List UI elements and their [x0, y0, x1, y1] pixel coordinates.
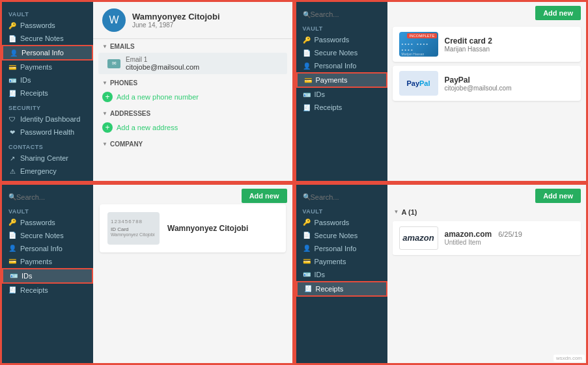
contacts-title: CONTACTS — [2, 142, 93, 152]
sidebar-label: Payments — [20, 63, 52, 71]
sidebar-q3: 🔍 VAULT 🔑 Passwords 📄 Secure Notes 👤 Per… — [2, 185, 93, 364]
add-new-button-q3[interactable]: Add new — [242, 189, 287, 203]
sidebar-item-sharing[interactable]: ↗ Sharing Center — [2, 152, 93, 165]
receipt-title: Untitled Item — [445, 239, 522, 246]
search-icon-q3: 🔍 — [8, 193, 16, 200]
vault-section-q3: VAULT 🔑 Passwords 📄 Secure Notes 👤 Perso… — [2, 204, 93, 298]
receipt-amazon[interactable]: amazon amazon.com 6/25/19 Untitled Item — [393, 221, 581, 255]
shield-icon: 🛡 — [8, 115, 16, 123]
add-phone-label: Add a new phone number — [117, 93, 199, 101]
sidebar-item-passwords-q4[interactable]: 🔑 Passwords — [296, 216, 387, 229]
paypal-email: citojobe@mailsoul.com — [445, 85, 512, 92]
sidebar-item-personal-info[interactable]: 👤 Personal Info — [2, 45, 93, 61]
incomplete-badge: INCOMPLETE — [407, 33, 436, 38]
payments-content: Add new INCOMPLETE •••• •••• •••• Marija… — [387, 2, 587, 181]
share-icon: ↗ — [8, 154, 16, 162]
sidebar-label: IDs — [21, 272, 33, 280]
sidebar-label: Secure Notes — [315, 232, 358, 239]
sidebar-item-ids-q4[interactable]: 🪪 IDs — [296, 268, 387, 281]
receipt-date: 6/25/19 — [498, 230, 522, 238]
id-card-type: ID Card — [111, 226, 154, 232]
id-icon: 🪪 — [303, 90, 311, 98]
note-icon: 📄 — [8, 232, 16, 239]
search-input-q3[interactable] — [16, 193, 93, 201]
sidebar-item-payments-q3[interactable]: 💳 Payments — [2, 255, 93, 268]
sidebar-label: Secure Notes — [315, 49, 358, 57]
sidebar-label: Passwords — [20, 21, 55, 29]
search-input-q2[interactable] — [311, 10, 387, 18]
receipt-icon: 🧾 — [303, 103, 311, 111]
sidebar-item-payments-q4[interactable]: 💳 Payments — [296, 255, 387, 268]
sidebar-item-personal-info-q3[interactable]: 👤 Personal Info — [2, 242, 93, 255]
sidebar-item-payments-q2[interactable]: 💳 Payments — [296, 72, 387, 88]
sidebar-item-receipts-q2[interactable]: 🧾 Receipts — [296, 101, 387, 114]
profile-name: Wamnyonyez Citojobi — [132, 12, 220, 21]
sidebar-item-secure-notes-q4[interactable]: 📄 Secure Notes — [296, 229, 387, 242]
quadrant-payments: 🔍 VAULT 🔑 Passwords 📄 Secure Notes 👤 Per… — [294, 0, 589, 183]
sidebar-item-emergency[interactable]: ⚠ Emergency — [2, 165, 93, 178]
receipt-domain: amazon.com — [445, 230, 492, 239]
credit-card-item[interactable]: INCOMPLETE •••• •••• •••• Marijan Hassan… — [393, 27, 581, 62]
quadrant-receipts: 🔍 VAULT 🔑 Passwords 📄 Secure Notes 👤 Per… — [294, 183, 589, 366]
amazon-logo: amazon — [402, 233, 434, 243]
email-row: ✉ Email 1 citojobe@mailsoul.com — [98, 53, 287, 74]
avatar: W — [102, 8, 126, 32]
sidebar-item-ids-q3[interactable]: 🪪 IDs — [2, 268, 93, 284]
search-input-q4[interactable] — [311, 193, 387, 201]
email-value: citojobe@mailsoul.com — [126, 63, 199, 71]
add-phone-row[interactable]: + Add a new phone number — [93, 88, 292, 106]
card-icon: 💳 — [304, 76, 312, 84]
amazon-logo-box: amazon — [399, 226, 438, 250]
sidebar-item-ids-q2[interactable]: 🪪 IDs — [296, 88, 387, 101]
sidebar-label: Personal Info — [20, 245, 63, 252]
sidebar-item-passwords-q3[interactable]: 🔑 Passwords — [2, 216, 93, 229]
id-card-container[interactable]: 123456788 ID Card Wamnyonyez Citojobi Wa… — [100, 204, 286, 252]
sidebar-item-secure-notes-q2[interactable]: 📄 Secure Notes — [296, 46, 387, 59]
sidebar-item-passwords[interactable]: 🔑 Passwords — [2, 19, 93, 32]
id-icon: 🪪 — [10, 272, 18, 280]
id-card-image: 123456788 ID Card Wamnyonyez Citojobi — [107, 212, 160, 245]
sidebar-item-receipts-q4[interactable]: 🧾 Receipts — [296, 281, 387, 297]
id-icon: 🪪 — [8, 76, 16, 84]
receipts-section-a: A (1) — [387, 204, 587, 220]
add-address-icon: + — [102, 122, 113, 133]
sidebar-label: Receipts — [20, 89, 48, 97]
sidebar-label: Passwords — [20, 219, 55, 226]
person-icon: 👤 — [303, 245, 311, 252]
receipts-content: Add new A (1) amazon amazon.com 6/25/19 … — [387, 185, 587, 364]
credit-card-visual: INCOMPLETE •••• •••• •••• Marijan Hassan — [399, 32, 438, 57]
sidebar-item-personal-info-q2[interactable]: 👤 Personal Info — [296, 59, 387, 72]
sidebar-item-personal-info-q4[interactable]: 👤 Personal Info — [296, 242, 387, 255]
sidebar-item-secure-notes[interactable]: 📄 Secure Notes — [2, 32, 93, 45]
add-new-button-q2[interactable]: Add new — [535, 6, 581, 20]
person-icon: 👤 — [10, 49, 18, 57]
paypal-item[interactable]: PayPal PayPal citojobe@mailsoul.com — [393, 66, 581, 101]
sidebar-label: Personal Info — [315, 245, 357, 252]
add-address-row[interactable]: + Add a new address — [93, 118, 292, 137]
sidebar-item-passwords-q2[interactable]: 🔑 Passwords — [296, 33, 387, 46]
search-bar-q4: 🔍 — [296, 190, 387, 204]
quadrant-personal-info: VAULT 🔑 Passwords 📄 Secure Notes 👤 Perso… — [0, 0, 294, 183]
sidebar-item-secure-notes-q3[interactable]: 📄 Secure Notes — [2, 229, 93, 242]
sidebar-item-password-health[interactable]: ❤ Password Health — [2, 126, 93, 139]
sidebar-item-identity[interactable]: 🛡 Identity Dashboard — [2, 113, 93, 126]
profile-header: W Wamnyonyez Citojobi June 14, 1987 — [93, 2, 292, 39]
emails-section-header: EMAILS — [93, 39, 292, 51]
card-icon: 💳 — [8, 258, 16, 265]
sidebar-item-receipts[interactable]: 🧾 Receipts — [2, 87, 93, 100]
sidebar-label: Payments — [20, 258, 52, 265]
credit-card-holder: Marijan Hassan — [445, 46, 492, 53]
card-holder-visual: Marijan Hassan — [402, 52, 425, 56]
sidebar-item-payments[interactable]: 💳 Payments — [2, 61, 93, 74]
key-icon: 🔑 — [303, 219, 311, 226]
security-title: SECURITY — [2, 103, 93, 113]
profile-details: Wamnyonyez Citojobi June 14, 1987 — [132, 12, 220, 29]
note-icon: 📄 — [303, 49, 311, 57]
sidebar-item-ids[interactable]: 🪪 IDs — [2, 74, 93, 87]
sidebar-item-receipts-q3[interactable]: 🧾 Receipts — [2, 284, 93, 297]
vault-section-q4: VAULT 🔑 Passwords 📄 Secure Notes 👤 Perso… — [296, 204, 387, 298]
vault-title-q3: VAULT — [2, 207, 93, 216]
profile-date: June 14, 1987 — [132, 21, 220, 29]
add-new-button-q4[interactable]: Add new — [535, 189, 581, 203]
heart-icon: ❤ — [8, 128, 16, 136]
